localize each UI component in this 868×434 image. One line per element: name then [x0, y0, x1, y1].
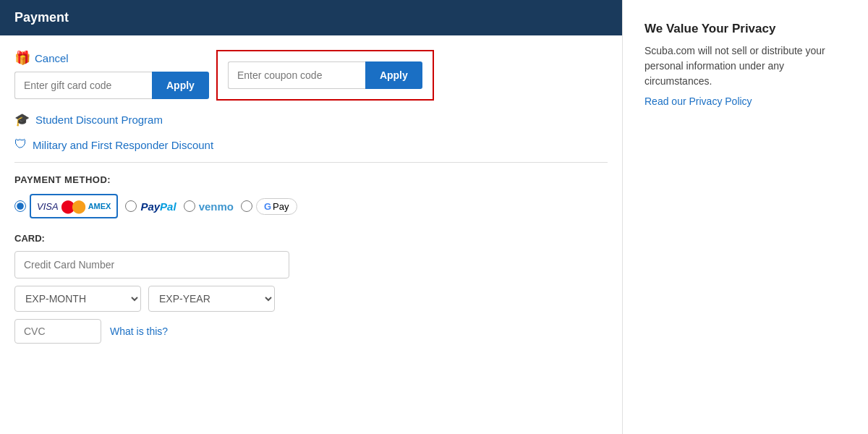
payment-methods: VISA ⬤⬤ AMEX PayPal venmo	[14, 194, 608, 218]
coupon-input-group: Apply	[228, 61, 422, 89]
card-icons-box: VISA ⬤⬤ AMEX	[30, 194, 118, 218]
divider	[14, 162, 608, 163]
payment-option-card[interactable]: VISA ⬤⬤ AMEX	[14, 194, 118, 218]
payment-option-gpay[interactable]: G Pay	[241, 198, 297, 215]
amex-icon: AMEX	[88, 202, 111, 210]
military-discount-link[interactable]: 🛡 Military and First Responder Discount	[14, 137, 608, 152]
paypal-label: PayPal	[140, 200, 176, 213]
graduation-icon: 🎓	[14, 112, 30, 127]
gift-card-input[interactable]	[14, 72, 152, 99]
gift-card-apply-button[interactable]: Apply	[152, 72, 209, 99]
mastercard-icon-2: ⬤	[72, 198, 86, 214]
cancel-label: Cancel	[35, 52, 69, 64]
sidebar-text: Scuba.com will not sell or distribute yo…	[644, 43, 846, 89]
cvc-row: What is this?	[14, 319, 608, 344]
gift-icon: 🎁	[14, 50, 30, 66]
student-discount-link[interactable]: 🎓 Student Discount Program	[14, 112, 608, 127]
payment-option-paypal[interactable]: PayPal	[125, 200, 176, 213]
sidebar-title: We Value Your Privacy	[644, 22, 846, 36]
cancel-link[interactable]: Cancel	[35, 52, 69, 64]
payment-option-venmo[interactable]: venmo	[184, 200, 234, 213]
student-discount-label: Student Discount Program	[35, 114, 163, 126]
exp-month-select[interactable]: EXP-MONTH	[14, 286, 141, 312]
what-is-this-link[interactable]: What is this?	[110, 326, 168, 337]
exp-year-select[interactable]: EXP-YEAR	[148, 286, 275, 312]
pay-text: Pay	[273, 201, 289, 212]
payment-method-label: PAYMENT METHOD:	[14, 174, 608, 185]
military-discount-label: Military and First Responder Discount	[33, 139, 213, 151]
gift-card-section: 🎁 Cancel Apply	[14, 50, 209, 99]
gpay-radio[interactable]	[241, 200, 252, 212]
venmo-label: venmo	[199, 200, 234, 213]
payment-title: Payment	[14, 10, 69, 25]
sidebar: We Value Your Privacy Scuba.com will not…	[622, 0, 868, 434]
exp-row: EXP-MONTH EXP-YEAR	[14, 286, 608, 312]
cvc-input[interactable]	[14, 319, 101, 344]
card-section-label: CARD:	[14, 233, 608, 244]
gpay-box: G Pay	[256, 198, 297, 215]
payment-header: Payment	[0, 0, 622, 35]
shield-icon: 🛡	[14, 137, 27, 152]
card-radio[interactable]	[14, 200, 26, 212]
coupon-section: Apply	[216, 50, 434, 101]
privacy-policy-link[interactable]: Read our Privacy Policy	[644, 95, 752, 107]
credit-card-number-input[interactable]	[14, 251, 289, 278]
venmo-radio[interactable]	[184, 200, 195, 212]
coupon-apply-button[interactable]: Apply	[365, 61, 422, 89]
gift-card-input-group: Apply	[14, 72, 209, 99]
g-icon: G	[264, 201, 271, 212]
paypal-radio[interactable]	[125, 200, 137, 212]
coupon-input[interactable]	[228, 61, 365, 89]
visa-icon: VISA	[37, 201, 59, 212]
